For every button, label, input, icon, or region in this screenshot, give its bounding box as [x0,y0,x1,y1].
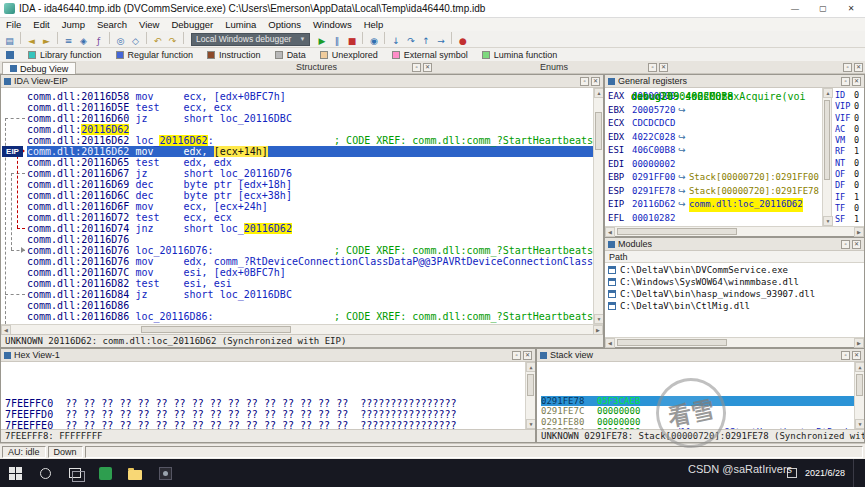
menu-item-view[interactable]: View [133,19,165,30]
disasm-line[interactable]: comm.dll:20116D86 [27,300,593,311]
task-view-button[interactable] [60,459,90,487]
taskbar-file-explorer[interactable] [120,459,150,487]
restore-icon[interactable]: ▫ [580,77,589,86]
scroll-thumb[interactable] [595,112,602,150]
run-to-cursor-icon[interactable]: → [434,35,447,48]
scroll-down-icon[interactable]: ▼ [855,419,864,429]
stop-process-icon[interactable]: ■ [345,35,358,48]
restore-icon[interactable]: ▫ [841,351,850,360]
jump-forward-icon[interactable]: ► [40,35,53,48]
start-process-icon[interactable]: ▶ [315,35,328,48]
vertical-scrollbar[interactable]: ▲ ▼ [593,88,603,324]
maximize-icon[interactable]: ▢ [809,0,837,18]
step-over-icon[interactable]: ↷ [404,35,417,48]
hex-row[interactable]: 7FEEFFE0 ?? ?? ?? ?? ?? ?? ?? ?? ?? ?? ?… [5,420,525,429]
hex-row[interactable]: 7FEEFFD0 ?? ?? ?? ?? ?? ?? ?? ?? ?? ?? ?… [5,409,525,420]
module-row[interactable]: C:\Windows\SysWOW64\winmmbase.dll [605,276,864,288]
scroll-up-icon[interactable]: ▲ [594,88,603,98]
functions-icon[interactable]: ƒ [92,35,105,48]
scroll-thumb[interactable] [617,228,737,235]
disasm-line[interactable]: comm.dll:20116D67 jz short loc_20116D76 [27,168,593,179]
disasm-line-eip[interactable]: comm.dll:20116D62 mov edx, [ecx+14h] [27,146,593,157]
undo-icon[interactable]: ↶ [151,35,164,48]
list-view-icon[interactable]: ≡ [62,35,75,48]
scroll-down-icon[interactable]: ▼ [526,419,535,429]
vertical-scrollbar[interactable]: ▲ ▼ [822,88,832,226]
disasm-line[interactable]: comm.dll:20116D60 jz short loc_20116DBC [27,113,593,124]
menu-item-windows[interactable]: Windows [307,19,358,30]
attach-process-icon[interactable]: ◉ [367,35,380,48]
close-icon[interactable]: ✕ [854,63,863,72]
start-button[interactable] [0,459,30,487]
module-row[interactable]: C:\DeltaV\bin\hasp_windows_93907.dll [605,288,864,300]
disasm-line[interactable]: comm.dll:20116D7C mov esi, [edx+0BFC7h] [27,267,593,278]
graph-view-icon[interactable]: ◈ [77,35,90,48]
jump-back-icon[interactable]: ◄ [25,35,38,48]
menu-item-lumina[interactable]: Lumina [219,19,262,30]
menu-item-file[interactable]: File [0,19,27,30]
disasm-line[interactable]: comm.dll:20116D6C dec byte ptr [ecx+38h] [27,190,593,201]
disasm-line[interactable]: comm.dll:20116D72 test ecx, ecx [27,212,593,223]
disasm-line[interactable]: comm.dll:20116D76 mov edx, comm_?RtDevic… [27,256,593,267]
tab-debug-view[interactable]: Debug View [2,62,76,74]
restore-icon[interactable]: ▫ [648,63,657,72]
search-icon[interactable]: ◎ [114,35,127,48]
disasm-line[interactable]: comm.dll:20116D62 [27,124,593,135]
close-icon[interactable]: ✕ [591,77,600,86]
disasm-line[interactable]: comm.dll:20116D65 test edx, edx [27,157,593,168]
taskbar-app-dark[interactable] [150,459,180,487]
scroll-thumb[interactable] [141,326,291,333]
register-row[interactable]: ESI406C00B8↪debug209:406C00B8 [608,144,822,158]
menu-item-search[interactable]: Search [91,19,133,30]
scroll-right-icon[interactable]: ▶ [854,227,864,237]
debugger-selector[interactable]: Local Windows debugger ▼ [191,33,310,46]
restore-icon[interactable]: ▫ [841,77,850,86]
scroll-left-icon[interactable]: ◀ [605,338,615,348]
tab-enums[interactable]: Enums [540,62,568,72]
menu-item-help[interactable]: Help [358,19,390,30]
horizontal-scrollbar[interactable]: ◀ ▶ [605,337,864,347]
scroll-thumb[interactable] [527,374,534,396]
scroll-thumb[interactable] [856,374,863,396]
restore-icon[interactable]: ▫ [412,63,421,72]
scroll-right-icon[interactable]: ▶ [854,338,864,348]
menu-item-edit[interactable]: Edit [27,19,55,30]
disasm-line[interactable]: comm.dll:20116D6F mov ecx, [ecx+24h] [27,201,593,212]
save-database-icon[interactable]: ▤ [3,35,16,48]
minimize-icon[interactable]: — [781,0,809,18]
disasm-line[interactable]: comm.dll:20116D76 loc_20116D76: ; CODE X… [27,245,593,256]
close-icon[interactable]: ✕ [837,0,865,18]
taskbar-date[interactable]: 2021/6/28 [805,468,845,478]
disasm-line[interactable]: comm.dll:20116D82 test esi, esi [27,278,593,289]
scroll-down-icon[interactable]: ▼ [594,314,603,324]
show-desktop-button[interactable] [853,459,857,487]
step-into-icon[interactable]: ↓ [389,35,402,48]
search-button[interactable] [30,459,60,487]
module-row[interactable]: C:\DeltaV\bin\CtlMig.dll [605,300,864,312]
close-icon[interactable]: ✕ [852,351,861,360]
horizontal-scrollbar[interactable]: ◀ ▶ [605,226,864,236]
disasm-line[interactable]: comm.dll:20116D76 [27,234,593,245]
breakpoint-list-icon[interactable]: ● [456,35,469,48]
module-row[interactable]: C:\DeltaV\bin\DVCommService.exe [605,264,864,276]
close-icon[interactable]: ✕ [852,240,861,249]
scroll-thumb[interactable] [617,339,727,346]
restore-icon[interactable]: ▫ [843,63,852,72]
modules-column-header[interactable]: Path [605,251,864,263]
disasm-line[interactable]: comm.dll:20116D58 mov ecx, [edx+0BFC7h] [27,91,593,102]
close-icon[interactable]: ✕ [423,63,432,72]
disasm-line[interactable]: comm.dll:20116D74 jnz short loc_20116D62 [27,223,593,234]
menu-item-jump[interactable]: Jump [56,19,91,30]
scroll-thumb[interactable] [824,100,830,180]
vertical-scrollbar[interactable]: ▲ ▼ [854,362,864,429]
restore-icon[interactable]: ▫ [841,240,850,249]
disasm-line[interactable]: comm.dll:20116D62 loc_20116D62: ; CODE X… [27,135,593,146]
close-icon[interactable]: ✕ [852,77,861,86]
hex-row[interactable]: 7FEEFFC0 ?? ?? ?? ?? ?? ?? ?? ?? ?? ?? ?… [5,398,525,409]
restore-icon[interactable]: ▫ [512,351,521,360]
horizontal-scrollbar[interactable]: ◀ ▶ [1,324,603,334]
search-next-icon[interactable]: ◇ [129,35,142,48]
tab-structures[interactable]: Structures [296,62,337,72]
disasm-line[interactable]: comm.dll:20116D84 jz short loc_20116DBC [27,289,593,300]
run-until-return-icon[interactable]: ↑ [419,35,432,48]
